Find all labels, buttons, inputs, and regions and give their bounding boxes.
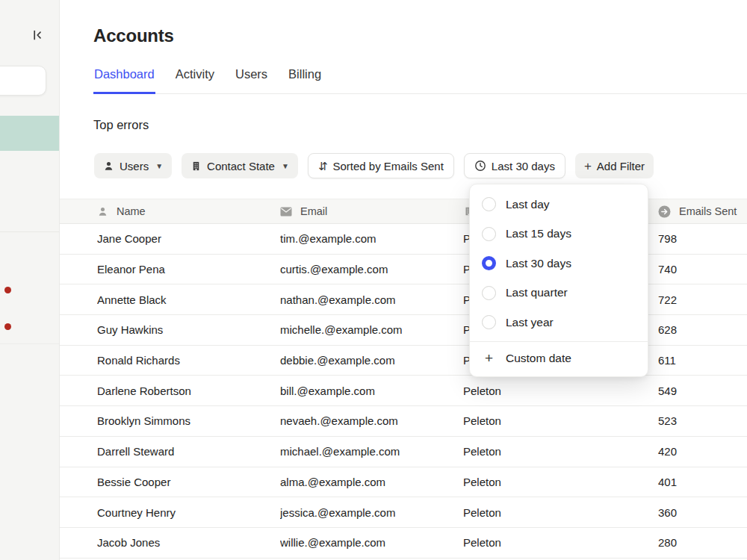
- add-filter-button[interactable]: + Add Filter: [575, 153, 654, 178]
- sort-label: Sorted by Emails Sent: [332, 160, 443, 172]
- column-header-emails-sent[interactable]: Emails Sent: [655, 205, 747, 218]
- add-filter-label: Add Filter: [597, 160, 645, 172]
- custom-date-label: Custom date: [506, 352, 571, 365]
- tab-label: Activity: [176, 67, 214, 81]
- date-option-label: Last year: [506, 316, 554, 329]
- radio-icon: [482, 256, 496, 270]
- date-range-button[interactable]: Last 30 days: [464, 153, 565, 178]
- sidebar: [0, 0, 60, 560]
- cell-email: nevaeh.@example.com: [280, 414, 463, 427]
- clock-icon: [474, 160, 486, 172]
- page-title: Accounts: [93, 25, 174, 46]
- table-row[interactable]: Courtney Henry jessica.@example.com Pele…: [60, 497, 747, 528]
- table-row[interactable]: Jacob Jones willie.@example.com Peleton …: [60, 528, 747, 559]
- date-option-label: Last 15 days: [506, 227, 571, 240]
- date-option-label: Last day: [506, 198, 550, 211]
- chevron-down-icon: ▼: [282, 162, 289, 170]
- sidebar-nav-card[interactable]: [0, 66, 46, 96]
- cell-emails-sent: 798: [655, 232, 747, 245]
- cell-name: Jacob Jones: [97, 536, 280, 549]
- column-label: Name: [117, 205, 146, 217]
- cell-email: michael.@example.com: [280, 445, 463, 458]
- cell-email: nathan.@example.com: [280, 293, 463, 306]
- cell-name: Eleanor Pena: [97, 263, 280, 276]
- date-option-label: Last 30 days: [506, 257, 571, 270]
- cell-name: Bessie Cooper: [97, 476, 280, 488]
- custom-date-option[interactable]: + Custom date: [470, 342, 648, 376]
- tab-label: Billing: [288, 67, 321, 81]
- building-icon: [190, 161, 202, 172]
- cell-emails-sent: 401: [655, 476, 747, 488]
- cell-emails-sent: 740: [655, 263, 747, 276]
- envelope-icon: [280, 207, 292, 217]
- tab[interactable]: Dashboard: [93, 65, 155, 94]
- date-option[interactable]: Last quarter: [470, 279, 648, 308]
- date-option-label: Last quarter: [506, 286, 568, 299]
- tab-bar: Dashboard Activity Users Billing: [93, 65, 747, 94]
- tab-label: Dashboard: [94, 67, 155, 81]
- sidebar-divider: [0, 343, 59, 344]
- notification-dot: [4, 287, 11, 293]
- radio-icon: [482, 315, 496, 329]
- cell-company: Peleton: [463, 445, 655, 458]
- table-row[interactable]: Darlene Robertson bill.@example.com Pele…: [60, 376, 747, 406]
- sidebar-collapse-button[interactable]: [29, 27, 46, 43]
- users-filter-button[interactable]: Users ▼: [94, 153, 172, 178]
- send-icon: [658, 205, 671, 218]
- tab[interactable]: Activity: [175, 65, 215, 94]
- sidebar-selected-item[interactable]: [0, 116, 59, 151]
- plus-icon: +: [584, 160, 592, 172]
- cell-emails-sent: 523: [655, 414, 747, 427]
- sidebar-divider: [0, 231, 59, 232]
- cell-emails-sent: 549: [655, 385, 747, 397]
- cell-email: alma.@example.com: [280, 476, 463, 488]
- person-icon: [103, 161, 114, 172]
- cell-company: Peleton: [463, 476, 655, 488]
- cell-email: bill.@example.com: [280, 385, 463, 397]
- cell-emails-sent: 628: [655, 323, 747, 336]
- date-option[interactable]: Last year: [470, 308, 648, 337]
- date-option[interactable]: Last 30 days: [470, 249, 648, 279]
- date-range-label: Last 30 days: [492, 160, 555, 172]
- cell-email: jessica.@example.com: [280, 506, 463, 519]
- chevron-down-icon: ▼: [155, 162, 163, 170]
- cell-emails-sent: 420: [655, 445, 747, 458]
- cell-emails-sent: 280: [655, 536, 747, 549]
- cell-company: Peleton: [463, 385, 655, 397]
- tab[interactable]: Billing: [288, 65, 322, 94]
- section-title: Top errors: [93, 118, 149, 132]
- cell-emails-sent: 611: [655, 354, 747, 367]
- person-icon: [97, 206, 108, 217]
- cell-email: michelle.@example.com: [280, 323, 463, 336]
- cell-emails-sent: 722: [655, 293, 747, 306]
- cell-company: Peleton: [463, 506, 655, 519]
- table-row[interactable]: Bessie Cooper alma.@example.com Peleton …: [60, 467, 747, 498]
- tab-label: Users: [235, 67, 267, 81]
- cell-name: Ronald Richards: [97, 354, 280, 367]
- cell-email: debbie.@example.com: [280, 354, 463, 367]
- column-header-name[interactable]: Name: [97, 205, 280, 217]
- cell-name: Darrell Steward: [97, 445, 280, 458]
- cell-email: curtis.@example.com: [280, 263, 463, 276]
- cell-name: Guy Hawkins: [97, 323, 280, 336]
- tab[interactable]: Users: [235, 65, 268, 94]
- table-row[interactable]: Darrell Steward michael.@example.com Pel…: [60, 437, 747, 467]
- cell-emails-sent: 360: [655, 506, 747, 519]
- radio-icon: [482, 227, 496, 241]
- contact-state-filter-label: Contact State: [207, 160, 275, 172]
- table-row[interactable]: Brooklyn Simmons nevaeh.@example.com Pel…: [60, 406, 747, 437]
- app-window: Accounts Dashboard Activity Users Billin…: [0, 0, 747, 560]
- filter-bar: Users ▼ Contact State ▼ ⇵ Sorted by Emai…: [94, 153, 654, 178]
- users-filter-label: Users: [120, 160, 149, 172]
- contact-state-filter-button[interactable]: Contact State ▼: [182, 153, 298, 178]
- column-header-email[interactable]: Email: [280, 205, 463, 217]
- date-range-dropdown: Last day Last 15 days Last 30 days Last …: [469, 184, 648, 377]
- cell-name: Darlene Robertson: [97, 385, 280, 397]
- cell-company: Peleton: [463, 536, 655, 549]
- cell-name: Courtney Henry: [97, 506, 280, 519]
- column-label: Email: [300, 205, 327, 217]
- radio-icon: [482, 286, 496, 300]
- date-option[interactable]: Last 15 days: [470, 220, 648, 249]
- sort-button[interactable]: ⇵ Sorted by Emails Sent: [308, 153, 454, 178]
- date-option[interactable]: Last day: [470, 190, 648, 220]
